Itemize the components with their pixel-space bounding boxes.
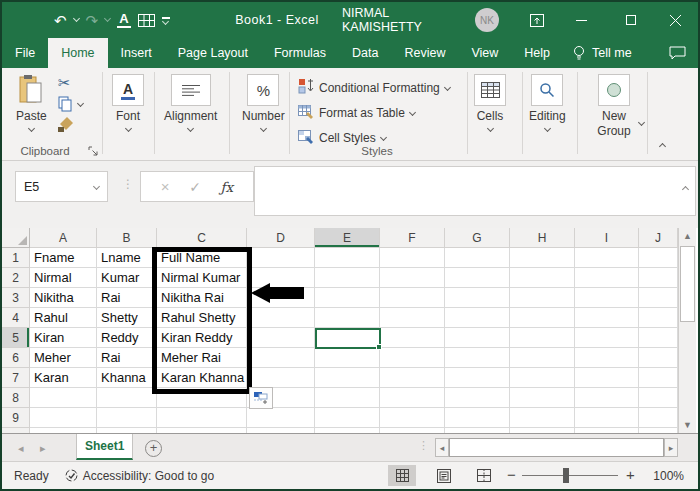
undo-dropdown-icon[interactable] <box>73 14 80 21</box>
tab-insert[interactable]: Insert <box>108 38 165 68</box>
cells-button[interactable]: Cells <box>474 74 506 131</box>
cell-E2[interactable] <box>315 268 380 288</box>
cell-J8[interactable] <box>639 388 678 408</box>
conditional-formatting-button[interactable]: Conditional Formatting <box>298 78 450 97</box>
number-dropdown-icon[interactable] <box>260 125 267 132</box>
cell-A7[interactable]: Karan <box>30 368 97 388</box>
row-header-7[interactable]: 7 <box>2 368 30 388</box>
zoom-out-icon[interactable]: − <box>507 466 516 483</box>
cell-I2[interactable] <box>575 268 639 288</box>
cell-B7[interactable]: Khanna <box>97 368 157 388</box>
cell-I5[interactable] <box>575 328 639 348</box>
row-header-5[interactable]: 5 <box>2 328 30 348</box>
cell-F5[interactable] <box>380 328 445 348</box>
cell-H6[interactable] <box>510 348 575 368</box>
cell-J9[interactable] <box>639 408 678 428</box>
insert-function-icon[interactable]: ƒx <box>221 179 234 195</box>
editing-dropdown-icon[interactable] <box>544 125 551 132</box>
cell-J3[interactable] <box>639 288 678 308</box>
cell-B2[interactable]: Kumar <box>97 268 157 288</box>
cell-E7[interactable] <box>315 368 380 388</box>
cell-C7[interactable]: Karan Khanna <box>157 368 247 388</box>
underline-icon[interactable]: A <box>117 12 130 28</box>
cell-E4[interactable] <box>315 308 380 328</box>
row-header-2[interactable]: 2 <box>2 268 30 288</box>
cell-C6[interactable]: Meher Rai <box>157 348 247 368</box>
page-break-preview-button[interactable] <box>470 465 498 486</box>
select-all-button[interactable] <box>2 228 30 248</box>
cell-H5[interactable] <box>510 328 575 348</box>
customize-qat-icon[interactable] <box>162 17 170 24</box>
cell-A8[interactable] <box>30 388 97 408</box>
row-header-8[interactable]: 8 <box>2 388 30 408</box>
format-painter-icon[interactable] <box>57 116 74 133</box>
column-header-G[interactable]: G <box>445 228 510 248</box>
horizontal-scrollbar[interactable]: ◂ ▸ <box>435 438 678 457</box>
cell-G8[interactable] <box>445 388 510 408</box>
cell-D4[interactable] <box>247 308 315 328</box>
name-box-dropdown-icon[interactable] <box>93 183 100 190</box>
cell-I9[interactable] <box>575 408 639 428</box>
row-header-6[interactable]: 6 <box>2 348 30 368</box>
cells-dropdown-icon[interactable] <box>486 125 493 132</box>
new-group-dropdown-icon[interactable] <box>638 119 645 126</box>
vertical-scroll-thumb[interactable] <box>680 246 695 322</box>
redo-dropdown-icon[interactable] <box>104 14 111 21</box>
cell-J6[interactable] <box>639 348 678 368</box>
cell-H7[interactable] <box>510 368 575 388</box>
paste-dropdown-icon[interactable] <box>28 125 35 132</box>
cell-D7[interactable] <box>247 368 315 388</box>
tab-home[interactable]: Home <box>48 38 107 68</box>
enter-icon[interactable]: ✓ <box>189 179 201 195</box>
cell-A5[interactable]: Kiran <box>30 328 97 348</box>
cell-F4[interactable] <box>380 308 445 328</box>
clipboard-dialog-launcher-icon[interactable] <box>88 146 98 156</box>
cell-A3[interactable]: Nikitha <box>30 288 97 308</box>
cell-D1[interactable] <box>247 248 315 268</box>
cell-B9[interactable] <box>97 408 157 428</box>
cell-C1[interactable]: Full Name <box>157 248 247 268</box>
tab-data[interactable]: Data <box>339 38 391 68</box>
cell-H8[interactable] <box>510 388 575 408</box>
cell-I1[interactable] <box>575 248 639 268</box>
maximize-button[interactable] <box>614 2 648 38</box>
format-as-table-button[interactable]: Format as Table <box>298 103 415 122</box>
cell-F3[interactable] <box>380 288 445 308</box>
cell-B6[interactable]: Rai <box>97 348 157 368</box>
cell-B5[interactable]: Reddy <box>97 328 157 348</box>
cell-J5[interactable] <box>639 328 678 348</box>
cell-J2[interactable] <box>639 268 678 288</box>
cell-G9[interactable] <box>445 408 510 428</box>
status-mode[interactable]: Ready <box>14 469 49 483</box>
undo-icon[interactable]: ↶ <box>54 13 67 28</box>
redo-icon[interactable]: ↷ <box>86 13 99 28</box>
cell-C9[interactable] <box>157 408 247 428</box>
cell-D6[interactable] <box>247 348 315 368</box>
editing-button[interactable]: Editing <box>529 74 566 131</box>
row-header-1[interactable]: 1 <box>2 248 30 268</box>
cell-C8[interactable] <box>157 388 247 408</box>
cell-C3[interactable]: Nikitha Rai <box>157 288 247 308</box>
cell-J7[interactable] <box>639 368 678 388</box>
zoom-slider-track[interactable] <box>522 475 618 476</box>
previous-sheet-icon[interactable]: ◂ <box>18 434 24 462</box>
close-button[interactable] <box>658 2 692 38</box>
zoom-in-icon[interactable]: + <box>626 466 635 483</box>
scroll-down-icon[interactable]: ▼ <box>679 417 696 433</box>
column-header-D[interactable]: D <box>247 228 315 248</box>
cell-A6[interactable]: Meher <box>30 348 97 368</box>
horizontal-scroll-thumb[interactable] <box>449 438 664 457</box>
cell-I3[interactable] <box>575 288 639 308</box>
cell-H2[interactable] <box>510 268 575 288</box>
user-name[interactable]: NIRMAL KAMISHETTY <box>342 2 472 38</box>
tab-view[interactable]: View <box>458 38 511 68</box>
cell-G4[interactable] <box>445 308 510 328</box>
font-button[interactable]: A Font <box>112 74 144 131</box>
paste-button[interactable]: Paste <box>16 74 47 131</box>
cell-E3[interactable] <box>315 288 380 308</box>
number-button[interactable]: % Number <box>242 74 285 131</box>
vertical-scrollbar[interactable]: ▲ ▼ <box>678 228 696 433</box>
cell-I4[interactable] <box>575 308 639 328</box>
cell-E6[interactable] <box>315 348 380 368</box>
cell-A2[interactable]: Nirmal <box>30 268 97 288</box>
